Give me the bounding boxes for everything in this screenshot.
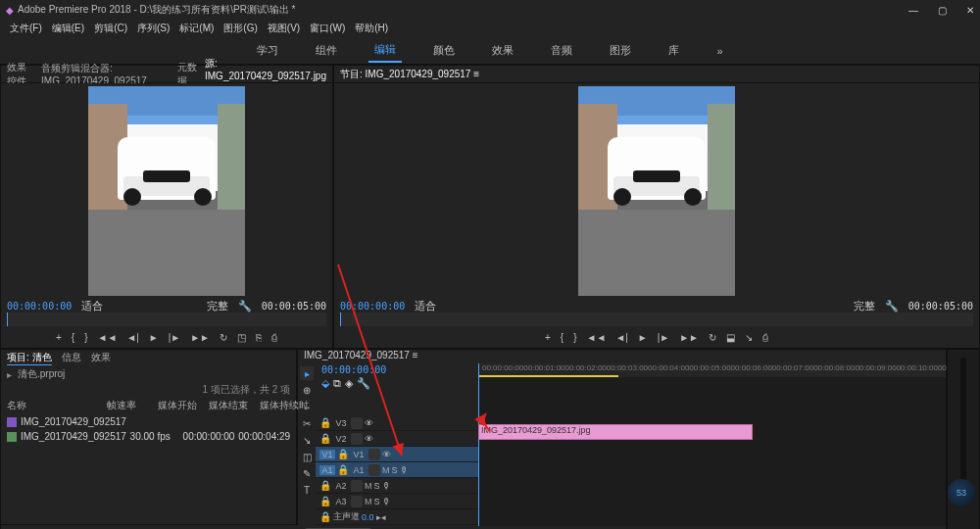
tab-overflow[interactable]: » bbox=[710, 41, 728, 61]
track-master-header[interactable]: 🔒主声道0.0▸◂ bbox=[316, 509, 478, 525]
play-icon[interactable]: ► bbox=[638, 332, 648, 343]
menu-graphics[interactable]: 图形(G) bbox=[220, 22, 261, 35]
loop-icon[interactable]: ↻ bbox=[220, 332, 227, 343]
timeline-track-area[interactable]: 00:00:00:0000:00:01:00 00:00:02:0000:00:… bbox=[478, 363, 946, 526]
menu-window[interactable]: 窗口(W) bbox=[306, 22, 349, 35]
mark-out-icon[interactable]: } bbox=[573, 332, 576, 343]
mark-in-icon[interactable]: { bbox=[561, 332, 564, 343]
track-select-tool-icon[interactable]: ⊕ bbox=[300, 383, 314, 397]
track-a2-header[interactable]: 🔒A2MS🎙 bbox=[316, 478, 478, 494]
close-icon[interactable]: ✕ bbox=[966, 5, 974, 16]
source-preview-image bbox=[88, 86, 245, 296]
selection-tool-icon[interactable]: ▸ bbox=[300, 366, 314, 380]
tab-editing[interactable]: 编辑 bbox=[368, 38, 402, 63]
step-fwd-icon[interactable]: |► bbox=[169, 332, 181, 343]
timeline-ruler[interactable]: 00:00:00:0000:00:01:00 00:00:02:0000:00:… bbox=[478, 363, 946, 377]
program-time-ruler[interactable] bbox=[340, 313, 973, 326]
go-to-out-icon[interactable]: ►► bbox=[679, 332, 699, 343]
program-monitor-viewport[interactable] bbox=[334, 83, 979, 299]
add-marker-icon[interactable]: + bbox=[545, 332, 551, 343]
add-marker-icon[interactable]: + bbox=[56, 332, 62, 343]
track-v2-header[interactable]: 🔒V2👁 bbox=[316, 431, 478, 447]
timeline-panel: IMG_20170429_092517 ≡ ▸ ⊕ ↔ ✂ ↘ ◫ ✎ T 00… bbox=[297, 349, 947, 529]
track-v3-header[interactable]: 🔒V3👁 bbox=[316, 415, 478, 431]
snap-icon[interactable]: ⬙ bbox=[321, 377, 329, 390]
bin-row-sequence[interactable]: IMG_20170429_092517 bbox=[5, 414, 292, 429]
timeline-sequence-tab[interactable]: IMG_20170429_092517 ≡ bbox=[298, 350, 946, 363]
loop-icon[interactable]: ↻ bbox=[709, 332, 716, 343]
hand-tool-icon[interactable]: ✎ bbox=[300, 466, 314, 480]
bin-row-image[interactable]: IMG_20170429_092517 30.00 fps 00:00:00:0… bbox=[5, 429, 292, 444]
audio-meters-panel: 53 bbox=[947, 349, 980, 529]
image-thumb-icon bbox=[7, 432, 17, 442]
tab-effects[interactable]: 效果 bbox=[486, 39, 519, 62]
timeline-clip[interactable]: IMG_20170429_092517.jpg bbox=[478, 424, 753, 440]
go-to-out-icon[interactable]: ►► bbox=[190, 332, 210, 343]
play-icon[interactable]: ► bbox=[149, 332, 159, 343]
track-v1-header[interactable]: V1🔒V1👁 bbox=[316, 447, 478, 462]
tab-project[interactable]: 项目: 清色 bbox=[7, 351, 52, 365]
go-to-in-icon[interactable]: ◄◄ bbox=[98, 332, 118, 343]
audio-meter-bar bbox=[960, 358, 966, 483]
mark-in-icon[interactable]: { bbox=[72, 332, 74, 343]
source-monitor-viewport[interactable] bbox=[1, 83, 332, 299]
settings-icon[interactable]: 🔧 bbox=[357, 377, 370, 390]
menu-marker[interactable]: 标记(M) bbox=[175, 22, 218, 35]
window-title: ◆ Adobe Premiere Pro 2018 - D:\我的练习所有资料\… bbox=[6, 3, 295, 17]
type-tool-icon[interactable]: T bbox=[300, 483, 314, 497]
tab-graphics[interactable]: 图形 bbox=[604, 39, 637, 62]
source-transport: + { } ◄◄ ◄| ► |► ►► ↻ ◳ ⎘ ⎙ bbox=[1, 326, 332, 348]
menu-help[interactable]: 帮助(H) bbox=[351, 22, 392, 35]
razor-tool-icon[interactable]: ✂ bbox=[300, 416, 314, 430]
overwrite-icon[interactable]: ⎘ bbox=[256, 332, 262, 343]
source-timecode-dur: 00:00:05:00 bbox=[262, 301, 326, 312]
marker-icon[interactable]: ◈ bbox=[345, 377, 353, 390]
project-file-name: 清色.prproj bbox=[18, 367, 65, 381]
slip-tool-icon[interactable]: ↘ bbox=[300, 433, 314, 447]
timeline-playhead[interactable] bbox=[478, 363, 479, 526]
chevron-right-icon[interactable]: ▸ bbox=[7, 369, 12, 380]
step-fwd-icon[interactable]: |► bbox=[658, 332, 670, 343]
menu-file[interactable]: 文件(F) bbox=[6, 22, 46, 35]
tab-audio[interactable]: 音频 bbox=[545, 39, 578, 62]
step-back-icon[interactable]: ◄| bbox=[126, 332, 139, 343]
program-timecode-dur: 00:00:05:00 bbox=[908, 301, 973, 312]
linked-sel-icon[interactable]: ⧉ bbox=[333, 377, 341, 390]
tab-program-sequence[interactable]: 节目: IMG_20170429_092517 ≡ bbox=[340, 68, 479, 81]
source-time-ruler[interactable] bbox=[7, 313, 326, 326]
audio-gain-readout[interactable]: 53 bbox=[948, 479, 975, 506]
menu-clip[interactable]: 剪辑(C) bbox=[90, 22, 131, 35]
program-fit-label[interactable]: 适合 bbox=[415, 299, 436, 313]
tab-libraries[interactable]: 库 bbox=[662, 39, 685, 62]
program-zoom-label[interactable]: 完整 bbox=[854, 299, 875, 313]
maximize-icon[interactable]: ▢ bbox=[938, 5, 947, 16]
mark-out-icon[interactable]: } bbox=[84, 332, 87, 343]
lift-icon[interactable]: ⬓ bbox=[726, 332, 735, 343]
source-zoom-label[interactable]: 完整 bbox=[207, 299, 228, 313]
track-a3-header[interactable]: 🔒A3MS🎙 bbox=[316, 494, 478, 509]
timeline-timecode[interactable]: 00:00:00:00 bbox=[321, 364, 386, 375]
source-monitor-panel: 效果控件 音频剪辑混合器: IMG_20170429_092517 元数据 源:… bbox=[0, 65, 333, 349]
source-timecode-in[interactable]: 00:00:00:00 bbox=[7, 301, 72, 312]
tab-color[interactable]: 颜色 bbox=[427, 39, 461, 62]
menu-view[interactable]: 视图(V) bbox=[264, 22, 304, 35]
insert-icon[interactable]: ◳ bbox=[237, 332, 246, 343]
extract-icon[interactable]: ↘ bbox=[745, 332, 753, 343]
source-fit-label[interactable]: 适合 bbox=[81, 299, 103, 313]
go-to-in-icon[interactable]: ◄◄ bbox=[587, 332, 607, 343]
app-icon: ◆ bbox=[6, 5, 14, 16]
tab-info[interactable]: 信息 bbox=[62, 351, 81, 364]
tab-effects-panel[interactable]: 效果 bbox=[91, 351, 111, 364]
menu-sequence[interactable]: 序列(S) bbox=[133, 22, 173, 35]
export-frame-icon[interactable]: ⎙ bbox=[762, 332, 768, 343]
workspace-tabs: 学习 组件 编辑 颜色 效果 音频 图形 库 » bbox=[0, 37, 980, 65]
bin-column-headers: 名称 帧速率 媒体开始 媒体结束 媒体持续时 bbox=[1, 397, 296, 414]
program-timecode-in[interactable]: 00:00:00:00 bbox=[340, 301, 405, 312]
minimize-icon[interactable]: — bbox=[908, 5, 918, 16]
export-frame-icon[interactable]: ⎙ bbox=[271, 332, 277, 343]
pen-tool-icon[interactable]: ◫ bbox=[300, 450, 314, 463]
menu-edit[interactable]: 编辑(E) bbox=[48, 22, 88, 35]
step-back-icon[interactable]: ◄| bbox=[615, 332, 628, 343]
timeline-toolbar: ▸ ⊕ ↔ ✂ ↘ ◫ ✎ T bbox=[298, 363, 316, 526]
track-a1-header[interactable]: A1🔒A1MS🎙 bbox=[316, 462, 478, 478]
